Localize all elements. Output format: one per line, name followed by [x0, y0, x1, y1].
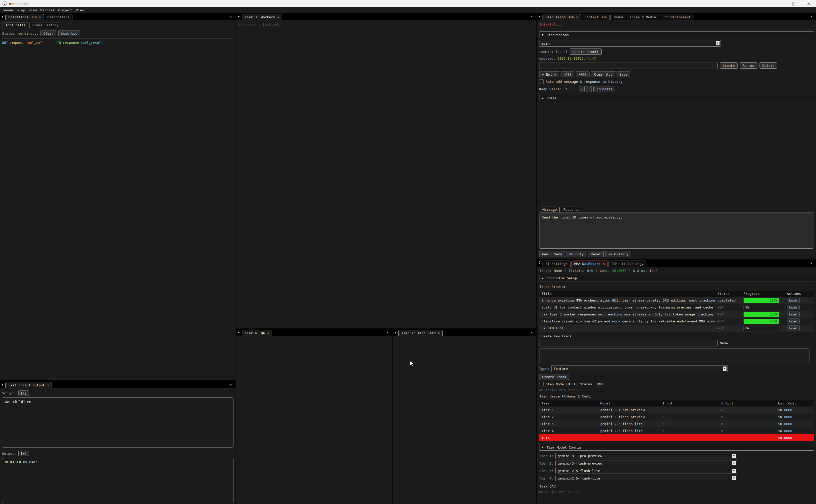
md-only-button[interactable]: MD Only	[567, 251, 586, 257]
dock-menu-icon[interactable]: ▼	[238, 331, 239, 334]
track-name-input[interactable]	[539, 340, 718, 346]
autoadd-checkbox[interactable]	[539, 79, 544, 84]
conductor-setup-header[interactable]: ▶ Conductor Setup	[539, 275, 814, 281]
tab-close-icon[interactable]: ×	[267, 331, 269, 335]
table-row[interactable]: UX_SIM_TEST NEW 0% Load	[539, 325, 814, 332]
panel-close-icon[interactable]: ×	[528, 14, 535, 19]
panel-close-icon[interactable]: ×	[227, 383, 235, 387]
track-type-select[interactable]: feature ▼	[551, 365, 728, 372]
save-button[interactable]: Save	[617, 71, 630, 77]
menu-item-view2[interactable]: View	[74, 8, 86, 12]
tab-log-management[interactable]: Log Management	[660, 14, 694, 20]
keep-pairs-spinbox[interactable]: 2	[563, 86, 577, 92]
to-history-button[interactable]: -> History	[605, 251, 631, 257]
tier3-model-select[interactable]: gemini-2.5-flash-lite ▼	[555, 468, 737, 474]
load-button[interactable]: Load	[787, 319, 799, 324]
tab-close-icon[interactable]: ×	[603, 262, 605, 266]
decrement-button[interactable]: -	[579, 86, 585, 92]
tier1-model-select[interactable]: gemini-3.1-pro-preview ▼	[555, 453, 737, 459]
script-textarea[interactable]: Get-ChildItem	[2, 397, 233, 448]
dock-menu-icon[interactable]: ▼	[2, 15, 3, 18]
update-commit-button[interactable]: Update Commit	[570, 48, 602, 55]
step-mode-checkbox[interactable]	[539, 382, 544, 386]
panel-close-icon[interactable]: ×	[384, 330, 391, 335]
tab-close-icon[interactable]: ×	[438, 331, 440, 335]
menu-item-windows[interactable]: Windows	[38, 8, 56, 12]
load-button[interactable]: Load	[787, 312, 799, 317]
load-log-button[interactable]: Load Log	[58, 30, 80, 36]
collapse-all-button[interactable]: -All	[561, 71, 574, 77]
tab-tier3-workers[interactable]: Tier 3: Workers ×	[242, 14, 282, 20]
table-row[interactable]: Tier 4 gemini-2.5-flash-lite 0 0 $0.0000	[539, 427, 814, 434]
tab-tier1-strategy[interactable]: Tier 1: Strategy	[608, 261, 646, 267]
gen-send-button[interactable]: Gen + Send	[539, 251, 565, 257]
subtab-tool-calls[interactable]: Tool Calls	[3, 22, 28, 28]
message-textarea[interactable]: Read the first 10 lines of aggregate.py.	[539, 214, 814, 249]
tab-mma-dashboard[interactable]: MMA Dashboard ×	[571, 261, 608, 267]
panel-close-icon[interactable]: ×	[528, 330, 535, 335]
clear-all-button[interactable]: Clear All	[591, 71, 615, 77]
tab-ai-settings[interactable]: AI Settings	[543, 261, 570, 267]
expand-all-button[interactable]: +All	[576, 71, 589, 77]
rename-button[interactable]: Rename	[740, 62, 757, 69]
discussion-select[interactable]: main ▼	[539, 40, 721, 47]
table-row[interactable]: Stabilize visual_sim_mma_v2.py and mock_…	[539, 318, 814, 325]
panel-close-icon[interactable]: ×	[808, 261, 815, 265]
tab-close-icon[interactable]: ×	[39, 15, 41, 19]
dock-menu-icon[interactable]: ▼	[539, 15, 540, 18]
tab-operations-hub[interactable]: Operations Hub ×	[5, 14, 44, 20]
reset-button[interactable]: Reset	[588, 251, 604, 257]
tab-close-icon[interactable]: ×	[277, 15, 279, 19]
table-row[interactable]: Build UI for context window utilization,…	[539, 304, 814, 311]
dock-menu-icon[interactable]: ▼	[238, 15, 239, 18]
output-textarea[interactable]: REJECTED by user	[2, 458, 233, 503]
subtab-comms-history[interactable]: Comms History	[29, 22, 61, 28]
tab-tier2-tech-lead[interactable]: Tier 2: Tech Lead ×	[398, 330, 443, 336]
add-entry-button[interactable]: + Entry	[539, 71, 559, 77]
table-row[interactable]: Tier 2 gemini-3-flash-preview 0 0 $0.000…	[539, 413, 814, 420]
subtab-response[interactable]: Response	[561, 207, 583, 212]
create-track-button[interactable]: Create Track	[539, 374, 569, 380]
clear-button[interactable]: Clear	[41, 30, 56, 36]
menu-item-app[interactable]: manual slop	[1, 8, 27, 12]
panel-close-icon[interactable]: ×	[227, 14, 235, 19]
script-expand-button[interactable]: [+]	[18, 390, 29, 396]
load-button[interactable]: Load	[787, 305, 799, 310]
maximize-icon[interactable]: □	[786, 0, 801, 7]
discussion-name-input[interactable]	[539, 62, 718, 69]
discussions-section-header[interactable]: ▼ Discussions	[539, 31, 814, 38]
tab-theme[interactable]: Theme	[610, 14, 626, 20]
menu-item-view[interactable]: View	[27, 8, 38, 12]
table-row[interactable]: Enhance existing MMA orchestration GUI: …	[539, 297, 814, 304]
tab-diagnostics[interactable]: Diagnostics	[45, 14, 72, 20]
roles-section-header[interactable]: ▶ Roles	[539, 95, 814, 101]
tab-close-icon[interactable]: ×	[576, 15, 578, 19]
create-button[interactable]: Create	[720, 62, 738, 69]
minimize-icon[interactable]: —	[771, 0, 786, 7]
delete-button[interactable]: Delete	[760, 62, 777, 69]
tier-model-config-header[interactable]: ▼ Tier Model Config	[539, 444, 814, 451]
menu-item-project[interactable]: Project	[56, 8, 74, 12]
subtab-message[interactable]: Message	[540, 207, 560, 212]
dock-menu-icon[interactable]: ▼	[539, 261, 540, 265]
table-row[interactable]: Tier 1 gemini-3.1-pro-preview 0 0 $0.000…	[539, 407, 814, 413]
tab-close-icon[interactable]: ×	[47, 383, 49, 387]
tab-context-hub[interactable]: Context Hub	[582, 14, 610, 20]
dock-menu-icon[interactable]: ▼	[2, 383, 3, 386]
track-description-textarea[interactable]	[539, 348, 810, 363]
table-row[interactable]: Tier 3 gemini-2.5-flash-lite 0 0 $0.0000	[539, 420, 814, 427]
table-row[interactable]: Fix Tier 3 worker responses not reaching…	[539, 311, 814, 318]
increment-button[interactable]: +	[586, 86, 592, 92]
tier2-model-select[interactable]: gemini-3-flash-preview ▼	[555, 460, 737, 466]
tab-tier4-qa[interactable]: Tier 4: QA ×	[242, 330, 272, 336]
truncate-button[interactable]: Truncate	[593, 86, 615, 92]
close-icon[interactable]: ×	[801, 0, 816, 7]
tab-discussion-hub[interactable]: Discussion Hub ×	[543, 14, 581, 20]
load-button[interactable]: Load	[787, 326, 799, 331]
panel-close-icon[interactable]: ×	[808, 14, 815, 19]
dock-menu-icon[interactable]: ▼	[395, 331, 396, 334]
tab-last-script-output[interactable]: Last Script Output ×	[5, 382, 52, 388]
load-button[interactable]: Load	[787, 298, 799, 303]
tab-files-media[interactable]: Files & Media	[627, 14, 659, 20]
output-expand-button[interactable]: [+]	[18, 451, 29, 456]
